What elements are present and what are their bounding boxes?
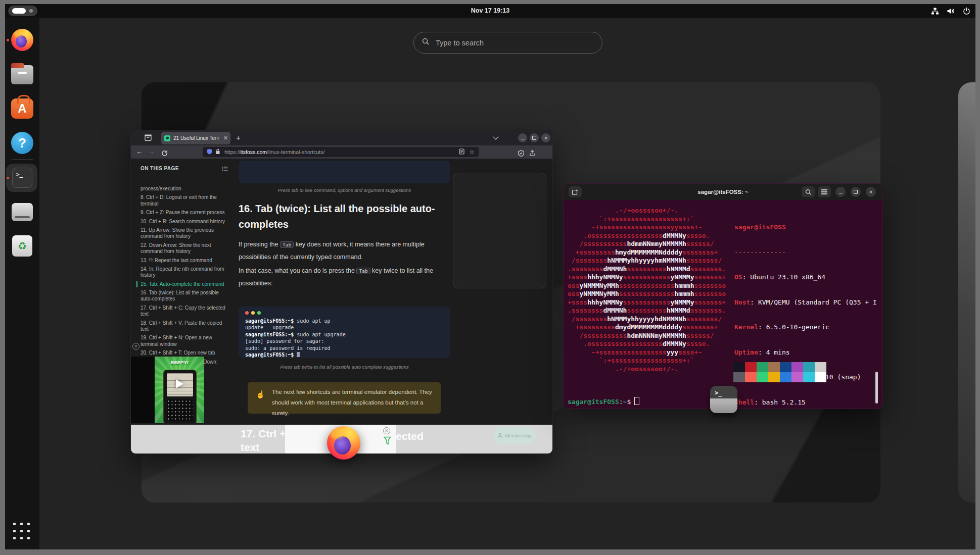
kbd-tab: Tab xyxy=(280,241,294,248)
page-content: ON THIS PAGE process/execution 8. Ctrl +… xyxy=(131,159,552,453)
banner-close-icon[interactable]: ✕ xyxy=(383,427,390,434)
video-ad-title: BEEPY! xyxy=(155,360,204,365)
show-applications-button[interactable] xyxy=(13,523,30,539)
green-dot xyxy=(257,311,261,315)
new-tab-button[interactable]: + xyxy=(236,132,241,143)
code-line: sagar@itsFOSS:~$ sudo apt upgrade xyxy=(245,331,444,338)
dock-item-firefox[interactable] xyxy=(11,29,33,51)
terminal-minimize-button[interactable] xyxy=(835,187,846,197)
firefox-view-icon[interactable] xyxy=(144,134,152,143)
window-dots xyxy=(245,311,444,315)
code-line: sagar@itsFOSS:~$ sudo apt up xyxy=(245,318,444,324)
tab-title: 21 Useful Linux Terminal Sh xyxy=(173,135,220,141)
video-frame: BEEPY! xyxy=(155,357,204,423)
toc-link[interactable]: 10. Ctrl + R: Search command history xyxy=(141,219,227,225)
close-button[interactable]: × xyxy=(541,133,550,142)
firefox-window[interactable]: 21 Useful Linux Terminal Sh ✕ + × ← → xyxy=(130,130,553,454)
url-text: https://itsfoss.com/linux-terminal-short… xyxy=(224,149,324,155)
table-of-contents: process/execution 8. Ctrl + D: Logout or… xyxy=(141,186,227,374)
overview-search[interactable] xyxy=(413,32,602,54)
toc-link[interactable]: 14. !n: Repeat the nth command from hist… xyxy=(141,266,227,279)
dock-item-removable-media[interactable] xyxy=(12,201,34,223)
obscured-heading-fragment: ected xyxy=(396,430,424,442)
url-bar[interactable]: https://itsfoss.com/linux-terminal-short… xyxy=(203,147,479,157)
terminal-window-title: sagar@itsFOSS: ~ xyxy=(564,184,882,200)
figure-caption: Press tab twice to list all possible aut… xyxy=(239,364,450,370)
files-icon xyxy=(11,65,33,84)
dock-item-files[interactable] xyxy=(11,63,33,85)
toc-header: ON THIS PAGE xyxy=(141,166,179,171)
play-icon[interactable] xyxy=(176,379,183,388)
minimize-button[interactable] xyxy=(518,133,527,142)
firefox-window-badge-icon[interactable] xyxy=(327,426,360,460)
toc-link[interactable]: 18. Ctrl + Shift + V: Paste the copied t… xyxy=(141,320,227,333)
dock-item-ubuntu-software[interactable]: A xyxy=(11,96,33,119)
neofetch-ascii: .-/+oossssoo+/-. `:+ssssssssssssssssss+:… xyxy=(568,207,726,373)
code-block-partial xyxy=(239,161,450,183)
sticky-video-ad[interactable]: BEEPY! xyxy=(131,357,204,423)
note-callout: ☝ The next few shortcuts are terminal em… xyxy=(248,382,441,414)
network-icon xyxy=(931,7,939,15)
list-tabs-chevron-icon[interactable] xyxy=(493,134,498,139)
tracking-shield-icon[interactable] xyxy=(207,148,212,156)
membership-button[interactable]: Membership xyxy=(493,427,536,444)
toc-link[interactable]: 20. Ctrl + Shift + T: Open new tab xyxy=(141,350,227,356)
terminal-menu-button[interactable] xyxy=(818,186,831,197)
toc-link[interactable]: 11. Up Arrow: Show the previous command … xyxy=(141,227,227,240)
firefox-running-dot xyxy=(7,39,9,41)
person-icon xyxy=(497,433,503,438)
phone-image xyxy=(163,370,197,423)
code-line: update upgrade xyxy=(245,324,444,331)
volume-icon xyxy=(947,7,955,15)
toc-link[interactable]: 8. Ctrl + D: Logout or exit from the ter… xyxy=(141,194,227,207)
obscured-heading-fragment: text xyxy=(241,441,259,453)
toc-list-icon[interactable] xyxy=(222,165,228,174)
clock[interactable]: Nov 17 19:13 xyxy=(5,4,975,18)
terminal-window[interactable]: sagar@itsFOSS: ~ × .-/+oossssoo+/-. `:+s… xyxy=(563,183,883,409)
forward-button[interactable]: → xyxy=(148,145,155,159)
toc-link[interactable]: 12. Down Arrow: Show the next command fr… xyxy=(141,242,227,255)
system-status-area[interactable] xyxy=(931,4,970,18)
dock-item-terminal[interactable]: >_ xyxy=(12,168,34,190)
toc-link[interactable]: 17. Ctrl + Shift + C: Copy the selected … xyxy=(141,305,227,318)
bookmark-star-icon[interactable]: ☆ xyxy=(469,148,475,156)
red-dot xyxy=(245,311,249,315)
terminal-content: .-/+oossssoo+/-. `:+ssssssssssssssssss+:… xyxy=(564,200,882,409)
lock-icon[interactable] xyxy=(215,148,220,156)
toc-link[interactable]: process/execution xyxy=(141,186,227,192)
adjacent-workspace-preview[interactable] xyxy=(958,82,975,502)
terminal-close-button[interactable]: × xyxy=(866,187,876,197)
section-heading: 16. Tab (twice): List all the possible a… xyxy=(239,201,450,232)
terminal-search-button[interactable] xyxy=(802,186,815,197)
maximize-button[interactable] xyxy=(530,133,539,142)
dock-item-trash[interactable] xyxy=(12,235,34,258)
toc-link[interactable]: 16. Tab (twice): List all the possible a… xyxy=(141,290,227,302)
search-input[interactable] xyxy=(435,38,583,47)
terminal-maximize-button[interactable] xyxy=(851,187,861,197)
dock-item-help[interactable]: ? xyxy=(11,132,33,154)
palette-row-1 xyxy=(733,362,826,372)
toc-link-active[interactable]: 15. Tab: Auto-complete the command xyxy=(136,281,227,287)
terminal-code-block: sagar@itsFOSS:~$ sudo apt up update upgr… xyxy=(239,307,450,358)
funnel-icon xyxy=(384,436,391,448)
code-line: sagar@itsFOSS:~$ xyxy=(245,351,444,358)
help-icon: ? xyxy=(11,132,33,154)
terminal-window-badge-icon[interactable]: >_ xyxy=(710,386,737,413)
text-cursor xyxy=(297,352,300,357)
toc-link[interactable]: 13. !!: Repeat the last command xyxy=(141,258,227,264)
video-close-icon[interactable]: ✕ xyxy=(132,343,139,350)
trash-icon xyxy=(12,235,32,257)
neofetch-user-host: sagar@itsFOSS xyxy=(734,223,877,232)
toc-link[interactable]: 9. Ctrl + Z: Pause the current process xyxy=(141,210,227,216)
figure-caption: Press tab to see command, options and ar… xyxy=(239,187,450,193)
terminal-scrollbar[interactable] xyxy=(875,372,878,403)
browser-tab[interactable]: 21 Useful Linux Terminal Sh ✕ xyxy=(161,132,230,144)
reader-view-icon[interactable] xyxy=(459,148,464,156)
power-icon xyxy=(963,7,970,15)
dash-dock: A ? >_ xyxy=(5,18,39,549)
terminal-icon: >_ xyxy=(12,168,32,188)
back-button[interactable]: ← xyxy=(136,145,143,159)
tab-close-icon[interactable]: ✕ xyxy=(223,132,228,144)
toc-link[interactable]: 19. Ctrl + Shift + N: Open a new termina… xyxy=(141,335,227,347)
note-text: The next few shortcuts are terminal emul… xyxy=(272,387,433,419)
